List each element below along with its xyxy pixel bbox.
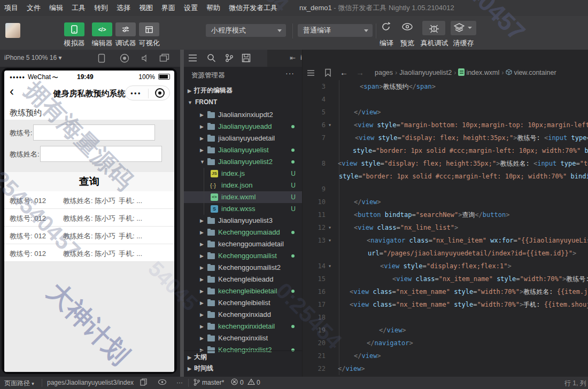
tree-folder[interactable]: ▶jiaolianyuyuedetail <box>184 133 302 144</box>
breadcrumb-symbol[interactable]: view.container <box>514 69 556 76</box>
coach-name-label: 教练姓名: <box>10 150 40 159</box>
folder-icon <box>207 112 215 118</box>
page-path-value: pages/Jiaolianyuyuelist3/index <box>47 379 134 386</box>
tree-folder[interactable]: ▶kechengxinxidetail <box>184 321 302 332</box>
menu-interface[interactable]: 界面 <box>157 0 180 16</box>
git-modified-dot <box>291 254 295 258</box>
compile-select[interactable]: 普通编译 <box>298 24 373 37</box>
mode-select[interactable]: 小程序模式 <box>206 24 286 37</box>
outline-section[interactable]: ▶大纲 <box>184 351 302 362</box>
clear-cache-button[interactable] <box>451 21 476 35</box>
menu-settings[interactable]: 设置 <box>180 0 202 16</box>
cursor-position[interactable]: 行 1, 列 <box>564 379 586 388</box>
panel-resize-sash[interactable] <box>180 50 184 377</box>
folder-icon <box>207 324 215 330</box>
tree-folder[interactable]: ▶Kechenggoumaiadd <box>184 227 302 238</box>
code-line-8: 8<view style="display: flex; height:35px… <box>303 157 588 170</box>
more-icon[interactable]: ●●● <box>130 91 142 96</box>
nav-back-icon[interactable]: ← <box>340 68 348 77</box>
git-branch-name[interactable]: master* <box>202 379 224 386</box>
open-editors-section[interactable]: ▶打开的编辑器 <box>184 84 302 96</box>
visualize-button[interactable] <box>139 22 159 36</box>
nav-forward-icon[interactable]: → <box>356 68 364 77</box>
code-area[interactable]: 3<span>教练预约</span>45</view>6▾<view style… <box>303 80 588 377</box>
menu-file[interactable]: 文件 <box>22 0 45 16</box>
tree-file[interactable]: {·}index.jsonU <box>184 180 302 191</box>
menu-help[interactable]: 帮助 <box>202 0 225 16</box>
folder-icon <box>207 218 215 224</box>
folder-icon <box>207 265 215 271</box>
errors-icon[interactable] <box>231 378 238 385</box>
tree-folder[interactable]: ▶Kechenggoumailist2 <box>184 262 302 274</box>
result-row[interactable]: 教练号: 012教练姓名: 陈小巧手机: ... <box>4 209 174 227</box>
explorer-panel-icon[interactable] <box>188 53 197 63</box>
git-icon[interactable] <box>225 53 234 63</box>
remote-debug-button[interactable] <box>422 21 445 35</box>
tree-folder[interactable]: ▶Kechengxinxilist <box>184 332 302 344</box>
record-icon[interactable] <box>120 53 129 63</box>
menu-select[interactable]: 选择 <box>112 0 135 16</box>
search-icon[interactable] <box>207 53 216 63</box>
simulator-button[interactable] <box>64 22 84 36</box>
result-row[interactable]: 教练号: 012教练姓名: 陈小巧手机: ... <box>4 227 174 244</box>
more-actions-icon[interactable]: ··· <box>285 69 295 77</box>
tree-folder[interactable]: ▶Kechengleibielist <box>184 297 302 309</box>
compile-button[interactable] <box>381 21 391 32</box>
eye-icon[interactable] <box>158 378 167 386</box>
preview-button[interactable] <box>401 21 414 32</box>
editor-button[interactable]: </> <box>92 22 112 36</box>
close-target-icon[interactable] <box>155 88 165 98</box>
more-icon[interactable]: ··· <box>176 379 183 386</box>
menu-edit[interactable]: 编辑 <box>45 0 67 16</box>
tree-folder[interactable]: ▶Jiaolianyuyuelist3 <box>184 215 302 227</box>
avatar[interactable] <box>5 23 20 38</box>
outline-icon[interactable] <box>307 69 315 77</box>
breadcrumb-folder[interactable]: Jiaolianyuyuelist2 <box>399 69 452 76</box>
front-root-section[interactable]: ▼FRONT <box>184 96 302 108</box>
tree-folder[interactable]: ▶Jiaolianyuyueadd <box>184 121 302 133</box>
coach-name-input[interactable] <box>40 146 162 162</box>
coach-no-input[interactable] <box>33 125 155 141</box>
debugger-button[interactable] <box>115 22 136 36</box>
menu-goto[interactable]: 转到 <box>90 0 112 16</box>
folder-icon <box>207 312 215 318</box>
device-selector[interactable]: iPhone 5 100% 16 ▾ <box>4 54 61 61</box>
float-window-icon[interactable] <box>159 53 169 63</box>
bookmark-icon[interactable] <box>324 68 331 77</box>
tree-folder[interactable]: ▶Jiaolianxinxiupdt2 <box>184 109 302 121</box>
chevron-down-icon <box>468 27 472 29</box>
menu-wechat-devtools[interactable]: 微信开发者工具 <box>225 0 282 16</box>
query-button[interactable]: 查询 <box>4 172 174 191</box>
page-path-label[interactable]: 页面路径 ▾ <box>4 379 34 388</box>
breadcrumb-file[interactable]: index.wxml <box>466 69 499 76</box>
npm-panel-icon[interactable] <box>242 53 251 63</box>
tree-folder[interactable]: ▶Kechengleibieadd <box>184 274 302 285</box>
menu-view[interactable]: 视图 <box>135 0 157 16</box>
result-row[interactable]: 教练号: 012教练姓名: 陈小巧手机: ... <box>4 191 174 209</box>
code-line-12: 12▾<view class="nx_line_list"> <box>303 221 588 234</box>
tree-folder[interactable]: ▼Jiaolianyuyuelist2 <box>184 156 302 168</box>
git-branch-icon[interactable] <box>194 378 200 386</box>
breadcrumb-pages[interactable]: pages <box>375 69 393 76</box>
tree-folder[interactable]: ▶kechengleibiedetail <box>184 285 302 297</box>
tree-folder[interactable]: ▶kechenggoumaidetail <box>184 238 302 250</box>
tree-folder[interactable]: ▶Kechenggoumailist <box>184 250 302 262</box>
mute-icon[interactable] <box>141 53 150 63</box>
explorer-title: 资源管理器 <box>191 71 225 80</box>
wxml-file-icon: <> <box>211 193 218 201</box>
menu-tools[interactable]: 工具 <box>67 0 90 16</box>
tree-file[interactable]: <>index.wxmlU <box>184 191 302 203</box>
result-row[interactable]: 教练号: 012教练姓名: 陈小巧手机: ... <box>4 244 174 262</box>
timeline-section[interactable]: ▶时间线 <box>184 362 302 374</box>
tree-folder[interactable]: ▶Kechengxinxiadd <box>184 309 302 321</box>
breadcrumb: ← → pages›Jiaolianyuyuelist2›index.wxml›… <box>303 67 588 80</box>
warnings-icon[interactable] <box>247 378 255 385</box>
phone-status-bar: ●●●●● WeChat 〜 19:49 100% <box>4 71 174 83</box>
menu-project[interactable]: 项目 <box>0 0 22 16</box>
tree-file[interactable]: JSindex.jsU <box>184 168 302 180</box>
tree-file[interactable]: Sindex.wxssU <box>184 203 302 215</box>
phone-frame-icon[interactable] <box>98 53 105 63</box>
copy-icon[interactable] <box>140 378 147 386</box>
tree-folder[interactable]: ▶Jiaolianyuyuelist <box>184 144 302 156</box>
git-modified-dot <box>291 149 295 152</box>
